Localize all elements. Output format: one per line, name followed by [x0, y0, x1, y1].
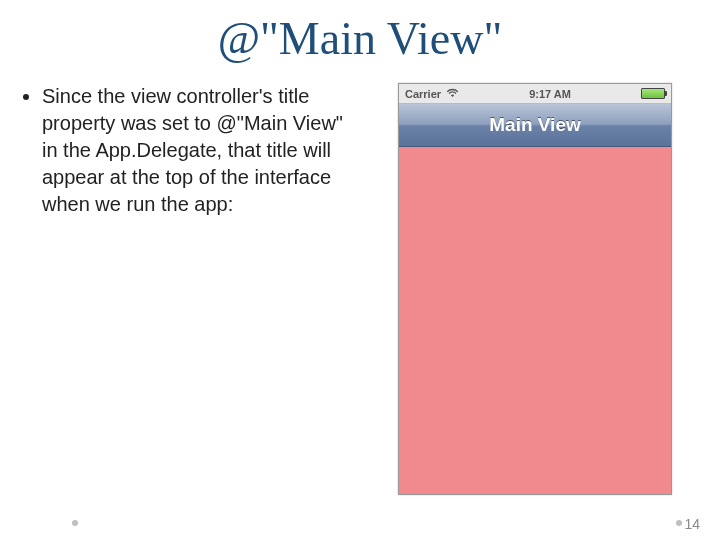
- status-bar: Carrier 9:17 AM: [399, 84, 671, 104]
- battery-icon: [641, 88, 665, 99]
- text-column: Since the view controller's title proper…: [20, 83, 370, 495]
- nav-bar: Main View: [399, 104, 671, 147]
- wifi-icon: [446, 88, 459, 100]
- phone-screenshot: Carrier 9:17 AM Main View: [398, 83, 672, 495]
- status-right: [641, 88, 665, 99]
- status-left: Carrier: [405, 88, 459, 100]
- slide-title: @"Main View": [0, 12, 720, 65]
- phone-body: [399, 147, 671, 494]
- content-row: Since the view controller's title proper…: [0, 83, 720, 495]
- carrier-label: Carrier: [405, 88, 441, 100]
- nav-title: Main View: [489, 114, 581, 136]
- screenshot-column: Carrier 9:17 AM Main View: [370, 83, 700, 495]
- footer-dot-right: [676, 520, 682, 526]
- page-number: 14: [684, 516, 700, 532]
- bullet-list: Since the view controller's title proper…: [20, 83, 360, 218]
- bullet-item: Since the view controller's title proper…: [42, 83, 360, 218]
- footer-dot-left: [72, 520, 78, 526]
- status-time: 9:17 AM: [529, 88, 571, 100]
